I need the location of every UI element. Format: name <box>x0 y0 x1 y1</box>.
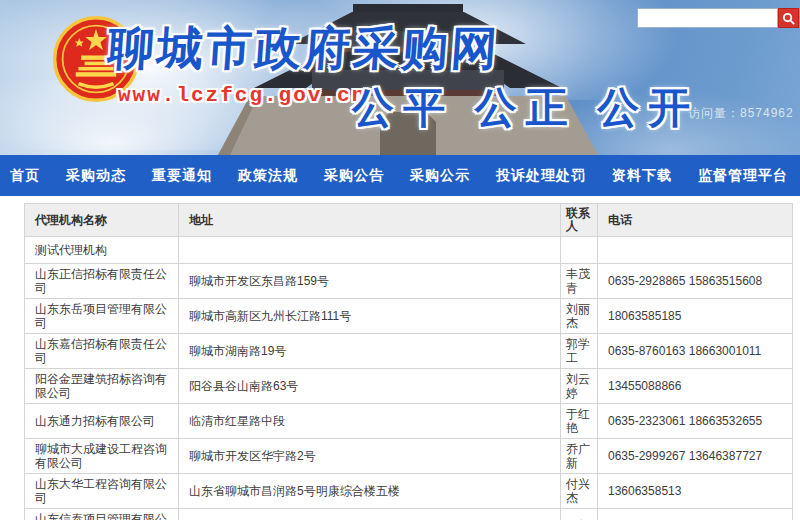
visit-counter-value: 8574962 <box>740 106 794 120</box>
cell-address: 山东省聊城市昌润路5号明康综合楼五楼 <box>179 474 561 509</box>
nav-item-3[interactable]: 政策法规 <box>238 167 298 185</box>
nav-item-5[interactable]: 采购公示 <box>410 167 470 185</box>
cell-address: 临清市红星路中段 <box>179 404 561 439</box>
cell-phone: 13606358513 <box>598 474 793 509</box>
header-contact: 联系人 <box>561 204 598 237</box>
cell-phone: 13455088866 <box>598 369 793 404</box>
content-area: 代理机构名称 地址 联系人 电话 测试代理机构山东正信招标有限责任公司聊城市开发… <box>0 196 800 520</box>
cell-address: 阳谷县谷山南路63号 <box>179 369 561 404</box>
cell-address: 聊城市东昌府区凤凰工业园富民西路 <box>179 509 561 520</box>
cell-address: 聊城市开发区东昌路159号 <box>179 264 561 299</box>
site-url: www.lczfcg.gov.cn <box>118 84 366 107</box>
cell-agency-name: 山东正信招标有限责任公司 <box>25 264 179 299</box>
cell-phone: 18063585185 <box>598 299 793 334</box>
cell-contact: 丰茂青 <box>561 264 598 299</box>
search-button[interactable] <box>778 8 799 28</box>
header-address: 地址 <box>179 204 561 237</box>
nav-item-6[interactable]: 投诉处理处罚 <box>496 167 586 185</box>
cell-phone: 0635-2999267 13646387727 <box>598 439 793 474</box>
cell-address: 聊城市高新区九州长江路111号 <box>179 299 561 334</box>
agency-table-body: 测试代理机构山东正信招标有限责任公司聊城市开发区东昌路159号丰茂青0635-2… <box>25 237 793 520</box>
table-header-row: 代理机构名称 地址 联系人 电话 <box>25 204 793 237</box>
cell-address <box>179 237 561 264</box>
cell-agency-name: 山东东岳项目管理有限公司 <box>25 299 179 334</box>
cell-phone: 0635-2928865 15863515608 <box>598 264 793 299</box>
cell-phone: 0635-2323061 18663532655 <box>598 404 793 439</box>
cell-agency-name: 山东嘉信招标有限责任公司 <box>25 334 179 369</box>
table-row: 测试代理机构 <box>25 237 793 264</box>
site-slogan: 公平 公正 公开 <box>352 80 699 136</box>
visit-counter-label: 访问量： <box>688 106 740 120</box>
nav-item-4[interactable]: 采购公告 <box>324 167 384 185</box>
nav-item-0[interactable]: 首页 <box>10 167 40 185</box>
nav-item-1[interactable]: 采购动态 <box>66 167 126 185</box>
cell-agency-name: 山东通力招标有限公司 <box>25 404 179 439</box>
cell-phone: 0635-8760163 18663001011 <box>598 334 793 369</box>
table-row: 山东正信招标有限责任公司聊城市开发区东昌路159号丰茂青0635-2928865… <box>25 264 793 299</box>
cell-contact: 王善 <box>561 509 598 520</box>
header-phone: 电话 <box>598 204 793 237</box>
search-bar <box>637 8 799 28</box>
nav-item-7[interactable]: 资料下载 <box>612 167 672 185</box>
cell-agency-name: 聊城市大成建设工程咨询有限公司 <box>25 439 179 474</box>
cell-contact: 刘丽杰 <box>561 299 598 334</box>
table-row: 山东通力招标有限公司临清市红星路中段于红艳0635-2323061 186635… <box>25 404 793 439</box>
table-row: 山东信泰项目管理有限公司聊城市东昌府区凤凰工业园富民西路王善1886651880… <box>25 509 793 520</box>
table-row: 山东东岳项目管理有限公司聊城市高新区九州长江路111号刘丽杰1806358518… <box>25 299 793 334</box>
cell-agency-name: 测试代理机构 <box>25 237 179 264</box>
cell-address: 聊城市开发区华宇路2号 <box>179 439 561 474</box>
cell-contact: 于红艳 <box>561 404 598 439</box>
cell-agency-name: 山东大华工程咨询有限公司 <box>25 474 179 509</box>
cell-address: 聊城市湖南路19号 <box>179 334 561 369</box>
site-title: 聊城市政府采购网 <box>106 18 502 80</box>
table-row: 聊城市大成建设工程咨询有限公司聊城市开发区华宇路2号乔广新0635-299926… <box>25 439 793 474</box>
nav-item-8[interactable]: 监督管理平台 <box>698 167 788 185</box>
cell-phone <box>598 237 793 264</box>
visit-counter: 访问量：8574962 <box>688 105 794 122</box>
cell-contact: 郭学工 <box>561 334 598 369</box>
cell-contact: 乔广新 <box>561 439 598 474</box>
agency-table: 代理机构名称 地址 联系人 电话 测试代理机构山东正信招标有限责任公司聊城市开发… <box>24 203 793 520</box>
cell-phone: 18866518800 <box>598 509 793 520</box>
table-row: 山东嘉信招标有限责任公司聊城市湖南路19号郭学工0635-8760163 186… <box>25 334 793 369</box>
search-icon <box>782 12 795 25</box>
cell-agency-name: 山东信泰项目管理有限公司 <box>25 509 179 520</box>
site-banner: 聊城市政府采购网 www.lczfcg.gov.cn 公平 公正 公开 访问量：… <box>0 0 800 155</box>
main-nav: 首页采购动态重要通知政策法规采购公告采购公示投诉处理处罚资料下载监督管理平台 <box>0 155 800 196</box>
header-agency-name: 代理机构名称 <box>25 204 179 237</box>
cell-contact: 付兴杰 <box>561 474 598 509</box>
cell-contact: 刘云婷 <box>561 369 598 404</box>
cell-contact <box>561 237 598 264</box>
cell-agency-name: 阳谷金罡建筑招标咨询有限公司 <box>25 369 179 404</box>
nav-item-2[interactable]: 重要通知 <box>152 167 212 185</box>
table-row: 山东大华工程咨询有限公司山东省聊城市昌润路5号明康综合楼五楼付兴杰1360635… <box>25 474 793 509</box>
search-input[interactable] <box>637 8 778 28</box>
table-row: 阳谷金罡建筑招标咨询有限公司阳谷县谷山南路63号刘云婷13455088866 <box>25 369 793 404</box>
